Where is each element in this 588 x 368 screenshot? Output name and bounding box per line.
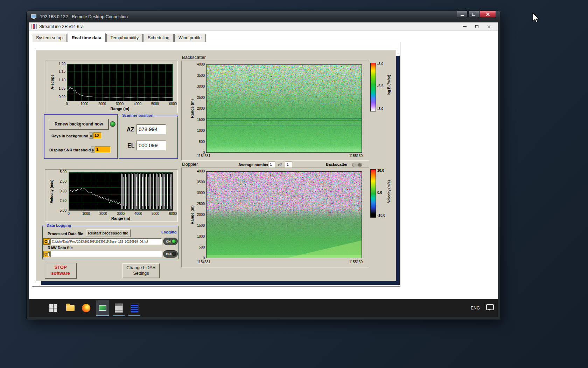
firefox-icon — [82, 304, 90, 312]
logging-label: Logging — [160, 230, 177, 234]
colorbar-tick: 0.0 — [377, 191, 382, 195]
y-tick: 2.50 — [45, 179, 66, 183]
rdp-restore-button[interactable] — [468, 11, 479, 18]
backscatter-toggle-label: Backscatter — [326, 162, 348, 166]
restart-processed-file-button[interactable]: Restart processed file — [86, 229, 130, 237]
y-tick: 1.15 — [45, 69, 65, 73]
background-group: Renew background now Rays in background … — [44, 114, 118, 159]
average-of-field[interactable]: 1 — [285, 162, 292, 168]
scan-scheduler-task[interactable] — [113, 300, 125, 316]
x-tick: 4000 — [134, 212, 142, 216]
stop-software-button[interactable]: STOP software — [45, 263, 76, 278]
az-label: AZ — [127, 127, 134, 133]
tab-wind-profile[interactable]: Wind profile — [174, 34, 206, 42]
rdp-close-button[interactable] — [480, 11, 496, 18]
tab-temp-humidity[interactable]: Temp/humidity — [106, 34, 143, 42]
data-logging-group: Data Logging Processed Data file Restart… — [42, 226, 178, 259]
backscatter-section-title: Backscatter — [182, 55, 206, 60]
y-tick: 1.10 — [45, 78, 65, 82]
doppler-colorbar-label: Velocity (m/s) — [387, 178, 391, 206]
raw-data-file-label: RAW Data file — [48, 246, 73, 250]
app-title: StreamLine XR v14-6.vi — [39, 24, 84, 29]
rdp-minimize-button[interactable] — [457, 11, 468, 18]
doppler-plot-area — [206, 171, 362, 258]
off-label: OFF — [166, 252, 172, 256]
y-tick: 1500 — [182, 224, 205, 227]
raw-drive-box[interactable]: C — [43, 251, 50, 257]
y-tick: -5.00 — [45, 209, 66, 212]
streamline-app-task[interactable] — [96, 300, 109, 316]
ascope-plot-area — [67, 64, 173, 101]
restore-icon — [475, 25, 478, 28]
app-icon — [31, 24, 37, 29]
x-tick: 0 — [66, 102, 68, 106]
y-tick: 500 — [182, 140, 205, 144]
backscatter-heatmap: Range (m) 4000 3500 3000 2500 2000 1500 … — [181, 61, 369, 161]
x-tick: 2000 — [99, 212, 107, 216]
velocity-plot-area — [69, 172, 173, 211]
y-tick: 0 — [182, 256, 205, 260]
data-logging-title: Data Logging — [46, 223, 72, 227]
doppler-heatmap: Range (m) 4000 3500 3000 2500 2000 1500 … — [181, 168, 369, 267]
processed-data-file-label: Processed Data file — [48, 232, 83, 236]
x-tick: 5000 — [152, 212, 159, 216]
y-tick: 4000 — [182, 62, 205, 66]
backscatter-toggle[interactable] — [352, 163, 362, 167]
terminal-icon — [131, 304, 139, 313]
app-restore-button[interactable] — [471, 23, 483, 30]
backscatter-plot-area — [206, 64, 362, 153]
colorbar-tick: -8.0 — [377, 107, 383, 111]
x-tick: 1000 — [80, 102, 88, 106]
processed-drive-box[interactable]: C — [43, 238, 50, 245]
of-label: of — [278, 163, 281, 167]
average-number-field[interactable]: 1 — [268, 162, 275, 168]
language-indicator[interactable]: ENG — [469, 299, 482, 317]
renew-background-label: Renew background now — [55, 122, 103, 127]
y-tick: 2500 — [182, 96, 205, 100]
y-tick: 5.00 — [45, 170, 66, 174]
el-label: EL — [127, 143, 134, 149]
x-axis-start: 1154631 — [197, 154, 210, 158]
snr-value-field[interactable]: 1 — [95, 146, 111, 153]
el-value-field: 000.099 — [136, 141, 166, 150]
logging-on-led — [172, 239, 176, 244]
notification-icon[interactable] — [486, 304, 494, 310]
firefox-button[interactable] — [82, 304, 90, 312]
app-minimize-button[interactable] — [459, 23, 471, 30]
scanner-position-group: Scanner position AZ 078.994 EL 000.099 — [119, 116, 178, 159]
stop-label-line1: STOP — [54, 265, 66, 271]
renew-background-button[interactable]: Renew background now — [49, 119, 108, 129]
doppler-section-title: Doppler — [182, 162, 198, 167]
rdp-titlebar[interactable]: 192.168.0.122 - Remote Desktop Connectio… — [27, 11, 500, 22]
remote-screen: StreamLine XR v14-6.vi System setup Real… — [29, 22, 498, 317]
rays-spinner[interactable] — [89, 132, 93, 139]
y-tick: 1000 — [182, 129, 205, 132]
app-titlebar[interactable]: StreamLine XR v14-6.vi — [29, 22, 498, 31]
change-lidar-settings-button[interactable]: Change LiDAR Settings — [122, 263, 160, 278]
x-tick: 4000 — [134, 102, 141, 106]
start-button[interactable] — [49, 304, 57, 312]
y-tick: 1500 — [182, 118, 205, 122]
y-tick: 3000 — [182, 84, 205, 88]
processed-logging-toggle[interactable]: ON — [163, 238, 178, 245]
x-axis-end: 1155130 — [349, 260, 363, 264]
change-settings-line1: Change LiDAR — [126, 265, 155, 271]
colorbar-tick: -3.0 — [377, 62, 383, 66]
processed-path-field[interactable]: C:\Lidar\Data\Proc\2023\202309\20230919\… — [50, 238, 162, 245]
drive-letter: C — [44, 240, 47, 244]
terminal-task[interactable] — [128, 300, 140, 316]
tab-scheduling[interactable]: Scheduling — [144, 34, 174, 42]
rays-value-field[interactable]: 10 — [93, 132, 102, 139]
snr-spinner[interactable] — [91, 146, 94, 153]
colorbar-tick: 10.0 — [377, 169, 384, 172]
app-close-button[interactable] — [483, 23, 495, 30]
y-tick: 1.20 — [45, 62, 65, 66]
background-led — [110, 121, 115, 127]
close-icon — [487, 25, 491, 29]
doppler-colorbar — [370, 169, 376, 218]
tab-real-time-data[interactable]: Real time data — [68, 33, 106, 42]
tab-system-setup[interactable]: System setup — [32, 34, 67, 42]
raw-logging-toggle[interactable]: OFF — [163, 250, 178, 258]
file-explorer-button[interactable] — [66, 305, 75, 311]
raw-path-field[interactable] — [50, 251, 162, 257]
